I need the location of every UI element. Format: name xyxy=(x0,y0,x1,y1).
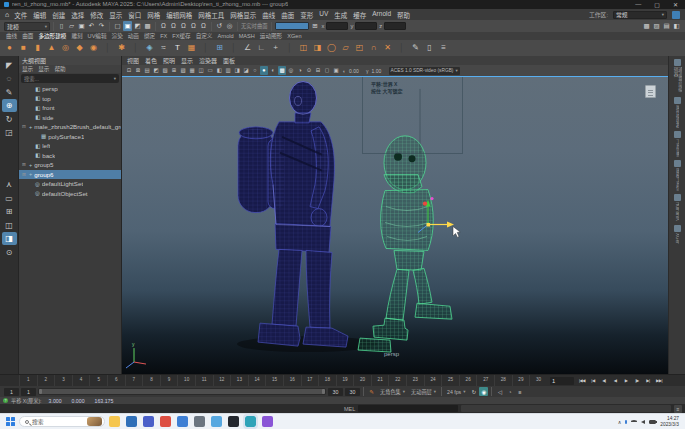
right-panel-tab[interactable]: 建模工具包 xyxy=(674,160,681,191)
shelf-tab[interactable]: 自定义 xyxy=(196,32,213,40)
shelf-separator[interactable]: │ xyxy=(395,42,408,55)
use-all-lights-icon[interactable]: ◎ xyxy=(287,66,295,75)
exposure-value[interactable]: 0.00 xyxy=(349,68,361,74)
menu-item[interactable]: 网格工具 xyxy=(198,10,224,20)
poly-disc-icon[interactable]: ◉ xyxy=(87,42,100,55)
menu-item[interactable]: 缓存 xyxy=(353,10,366,20)
right-panel-tab[interactable]: 通道盒/层编辑器 xyxy=(672,59,681,94)
motion-blur-icon[interactable]: ⊟ xyxy=(314,66,322,75)
rotate-tool-icon[interactable]: ↻ xyxy=(2,113,17,126)
shelf-tab[interactable]: 绑定 xyxy=(144,32,155,40)
bridge-icon[interactable]: ∩ xyxy=(367,42,380,55)
shelf-separator[interactable]: │ xyxy=(199,42,212,55)
shelf-tab[interactable]: 运动图形 xyxy=(260,32,282,40)
z-field[interactable] xyxy=(384,22,406,30)
menu-item[interactable]: 生成 xyxy=(334,10,347,20)
timeline-tick[interactable]: 28 xyxy=(494,375,512,386)
locator-icon[interactable]: + xyxy=(269,42,282,55)
menu-item[interactable]: 变形 xyxy=(300,10,313,20)
timeline-tick[interactable]: 12 xyxy=(213,375,231,386)
ambient-occlusion-icon[interactable]: ⊙ xyxy=(305,66,313,75)
lasso-tool-icon[interactable]: ◌ xyxy=(2,72,17,85)
shelf-separator[interactable]: │ xyxy=(129,42,142,55)
timeline-tick[interactable]: 26 xyxy=(459,375,477,386)
smooth-icon[interactable]: ◯ xyxy=(325,42,338,55)
four-pane-layout-button[interactable]: ⊞ xyxy=(2,205,17,218)
hypershade-icon[interactable]: ◧ xyxy=(672,21,681,31)
step-forward-frame-button[interactable]: |▶ xyxy=(632,376,642,385)
outliner-row[interactable]: ◧ front xyxy=(19,103,121,113)
mic-icon[interactable] xyxy=(625,420,627,424)
snipping-tool-icon[interactable] xyxy=(262,416,273,427)
safe-action-icon[interactable]: ◨ xyxy=(233,66,241,75)
timeline-tick[interactable]: 3 xyxy=(54,375,72,386)
timeline-tick[interactable]: 18 xyxy=(318,375,336,386)
show-manipulator-tool-icon[interactable]: ⋏ xyxy=(2,178,17,191)
numeric-input-field[interactable] xyxy=(275,22,309,30)
panel-menu-item[interactable]: 视图 xyxy=(127,56,139,65)
go-to-start-button[interactable]: |◀◀ xyxy=(577,376,587,385)
battery-icon[interactable] xyxy=(649,420,656,424)
mel-toggle[interactable]: MEL xyxy=(344,406,355,412)
file-explorer-icon[interactable] xyxy=(109,416,120,427)
outliner-row[interactable]: ⊞ + group6 xyxy=(19,170,121,180)
measure-distance-icon[interactable]: ∠ xyxy=(241,42,254,55)
widgets-thumbnail-icon[interactable] xyxy=(87,417,102,426)
fps-dropdown[interactable]: 24 fps ▾ xyxy=(445,388,467,396)
live-surface-label[interactable]: 无实时曲面 xyxy=(241,22,268,30)
playback-start-field[interactable]: 1 xyxy=(21,388,36,396)
calculator-icon[interactable] xyxy=(194,416,205,427)
menu-item[interactable]: 窗口 xyxy=(128,10,141,20)
timeline-tick[interactable]: 14 xyxy=(248,375,266,386)
xray-icon[interactable]: ◻ xyxy=(323,66,331,75)
pan-zoom-2d-icon[interactable]: ⊞ xyxy=(170,66,178,75)
command-input[interactable] xyxy=(358,405,458,412)
bookmarks-icon[interactable]: ◩ xyxy=(152,66,160,75)
timeline-tick[interactable]: 6 xyxy=(107,375,125,386)
menu-item[interactable]: 编辑网格 xyxy=(166,10,192,20)
outliner-search-input[interactable]: 搜索... ▾ xyxy=(21,74,119,83)
step-back-frame-button[interactable]: ◀| xyxy=(599,376,609,385)
shelf-tab[interactable]: UV编辑 xyxy=(88,32,107,40)
multi-cut-icon[interactable]: ✕ xyxy=(381,42,394,55)
timeline-tick[interactable]: 15 xyxy=(265,375,283,386)
snap-to-curve-icon[interactable]: Ω xyxy=(169,21,178,31)
timeline-tick[interactable]: 11 xyxy=(195,375,213,386)
menu-item[interactable]: 曲面 xyxy=(281,10,294,20)
timeline-tick[interactable]: 9 xyxy=(160,375,178,386)
gamma-value[interactable]: 1.00 xyxy=(372,68,384,74)
undo-icon[interactable]: ↶ xyxy=(87,21,96,31)
snap-to-point-icon[interactable]: Ω xyxy=(179,21,188,31)
timeline-tick[interactable]: 25 xyxy=(441,375,459,386)
paint-select-tool-icon[interactable]: ✎ xyxy=(2,86,17,99)
panel-menu-item[interactable]: 照明 xyxy=(163,56,175,65)
scale-tool-icon[interactable]: ◲ xyxy=(2,126,17,139)
timeline-tick[interactable]: 8 xyxy=(142,375,160,386)
poly-plane-icon[interactable]: ◆ xyxy=(73,42,86,55)
step-back-key-button[interactable]: |◀ xyxy=(588,376,598,385)
shelf-tab[interactable]: 雕刻 xyxy=(71,32,82,40)
type-tool-icon[interactable]: T xyxy=(171,42,184,55)
film-gate-icon[interactable]: ◫ xyxy=(197,66,205,75)
range-bar[interactable] xyxy=(38,388,326,395)
panel-menu-item[interactable]: 渲染器 xyxy=(199,56,217,65)
snap-to-grid-icon[interactable]: Ω xyxy=(159,21,168,31)
timeline-tick[interactable]: 17 xyxy=(301,375,319,386)
workspace-dropdown[interactable]: 常规 ▾ xyxy=(613,11,667,19)
shelf-tab[interactable]: MASH xyxy=(239,33,255,39)
home-icon[interactable]: ⌂ xyxy=(5,11,9,18)
measure-angle-icon[interactable]: ∟ xyxy=(255,42,268,55)
isolate-select-icon[interactable]: ▣ xyxy=(332,66,340,75)
taskbar-clock[interactable]: 14:27 2023/3/3 xyxy=(660,416,679,428)
chrome-icon[interactable] xyxy=(160,416,171,427)
play-forwards-button[interactable]: ▶ xyxy=(621,376,631,385)
timeline-tick[interactable]: 20 xyxy=(353,375,371,386)
outliner-row[interactable]: ◧ persp xyxy=(19,84,121,94)
command-results[interactable] xyxy=(461,405,671,412)
outliner-menu-item[interactable]: 帮助 xyxy=(54,65,65,73)
booleans-icon[interactable]: ⊞ xyxy=(213,42,226,55)
snap-to-view-plane-icon[interactable]: Ω xyxy=(199,21,208,31)
field-chart-icon[interactable]: ▥ xyxy=(224,66,232,75)
character-set-dropdown[interactable]: 无角色集 ▾ xyxy=(378,388,407,396)
snap-to-projected-center-icon[interactable]: Ω xyxy=(189,21,198,31)
